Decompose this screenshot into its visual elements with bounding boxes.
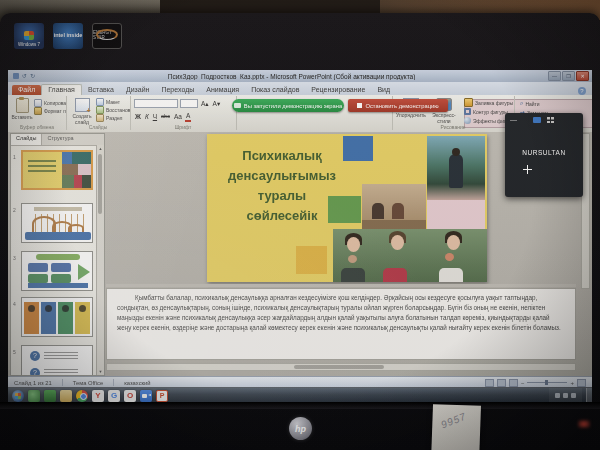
tray-volume-icon[interactable] [571,393,576,398]
participant-video-icon[interactable] [533,117,541,123]
shrink-font-button[interactable]: А▾ [212,99,222,108]
close-button[interactable]: ✕ [576,71,589,81]
slides-group: Создать слайд Макет Восстановить Раздел … [66,96,131,130]
format-painter-button[interactable]: Формат по образцу [34,107,66,115]
italic-button[interactable]: К [144,112,150,121]
tab-insert[interactable]: Вставка [82,85,120,95]
tab-file[interactable]: Файл [12,85,41,95]
tab-home[interactable]: Главная [41,84,82,95]
underline-button[interactable]: Ч [152,112,158,121]
panel-scrollbar[interactable]: ▲ ▼ [96,145,104,375]
change-case-button[interactable]: Аа [173,112,183,121]
tray-arrow-icon[interactable] [555,393,560,398]
slide-canvas[interactable]: Психикалық денсаулығымыз туралы сөйлесей… [207,134,487,282]
participant-grid-icon[interactable] [547,117,554,123]
yandex-icon[interactable]: Y [92,390,104,402]
save-icon[interactable] [13,73,19,79]
strikethrough-button[interactable]: abc [160,112,171,121]
taskbar-app-square-icon[interactable] [44,390,56,402]
thumb-number: 3 [13,255,16,261]
zoom-slider[interactable] [527,382,567,383]
clipboard-group-label: Буфер обмена [8,124,66,130]
notes-splitter[interactable] [106,284,576,287]
slide-thumbnail-5[interactable]: ? ? [21,345,93,376]
new-slide-button[interactable]: Создать слайд [69,98,95,125]
tab-review[interactable]: Рецензирование [305,85,371,95]
normal-view-button[interactable] [485,379,494,387]
drawing-group-label: Рисование [392,124,514,130]
photo-classroom [362,184,426,229]
hp-logo: hp [289,417,312,440]
slides-panel: Слайды Структура ▲ ▼ 1 2 [10,133,105,376]
new-slide-icon [75,98,90,112]
sorter-view-button[interactable] [497,379,506,387]
reset-button[interactable]: Восстановить [96,106,130,114]
stop-icon [357,103,362,108]
system-tray[interactable] [549,388,582,402]
font-size-box[interactable] [180,99,198,108]
copy-icon [34,99,42,107]
tray-network-icon[interactable] [563,393,568,398]
chrome-icon[interactable] [76,390,88,402]
paste-icon [16,98,29,113]
decor-square-blue [343,136,373,161]
undo-icon[interactable]: ↺ [22,73,27,79]
theme-name: Тема Office [73,380,103,386]
restore-button[interactable]: ❐ [562,71,575,81]
copy-button[interactable]: Копировать [34,99,66,107]
opera-icon[interactable]: O [124,390,136,402]
windows-flag-icon [24,31,34,40]
laptop-screen: ↺ ↻ ПсихЗдор_Подростков_Каз.pptx - Micro… [8,70,592,402]
layout-button[interactable]: Макет [96,98,130,106]
slide-thumbnail-1[interactable] [21,150,93,190]
scroll-down-icon[interactable]: ▼ [97,368,104,375]
slideshow-view-button[interactable] [509,379,518,387]
layout-icon [96,98,104,106]
taskbar-app-green-icon[interactable] [28,390,40,402]
thumb-number: 1 [13,154,16,160]
clipboard-group: Вставить Копировать Формат по образцу Бу… [8,96,67,130]
zoom-out-button[interactable]: − [521,380,525,386]
font-color-button[interactable]: А [185,111,191,122]
slide-thumbnail-3[interactable] [21,251,93,291]
share-message: Вы запустили демонстрацию экрана [244,103,342,109]
stop-share-button[interactable]: Остановить демонстрацию [348,99,448,112]
hinge [0,402,600,409]
powerpoint-icon[interactable]: P [156,390,168,402]
section-button[interactable]: Раздел [96,114,130,122]
fit-to-window-button[interactable] [577,379,586,387]
panel-tab-outline[interactable]: Структура [42,134,78,145]
minimize-button[interactable]: — [548,71,561,81]
bold-button[interactable]: Ж [134,112,142,121]
slide-thumbnail-2[interactable] [21,203,93,243]
participant-minimize-icon[interactable]: — [510,116,517,123]
quick-access-toolbar: ↺ ↻ [13,73,35,79]
font-name-box[interactable] [134,99,178,108]
horizontal-scrollbar[interactable] [106,363,576,371]
participant-video-window[interactable]: — NURSULTAN [505,113,583,197]
google-icon[interactable]: G [108,390,120,402]
zoom-app-icon[interactable] [140,390,152,402]
scroll-up-icon[interactable]: ▲ [97,145,104,152]
find-button[interactable]: ⌕Найти [520,99,590,108]
move-cursor-icon [523,165,532,174]
tab-transitions[interactable]: Переходы [155,85,200,95]
tab-slideshow[interactable]: Показ слайдов [245,85,305,95]
notes-pane[interactable]: Қымбатты балалар, психикалық денсаулыққа… [106,288,576,360]
zoom-in-button[interactable]: + [570,380,574,386]
slide-thumbnail-4[interactable] [21,297,93,337]
tab-design[interactable]: Дизайн [120,85,156,95]
thumb-number: 5 [13,349,16,355]
show-desktop-button[interactable] [586,388,592,402]
grow-font-button[interactable]: А▴ [200,99,210,108]
paste-button[interactable]: Вставить [11,98,33,120]
help-icon[interactable]: ? [578,87,586,95]
panel-tab-slides[interactable]: Слайды [11,134,42,145]
tab-view[interactable]: Вид [371,85,396,95]
start-button[interactable] [12,390,24,402]
participant-name: NURSULTAN [505,149,583,156]
format-painter-icon [34,107,42,115]
tab-animations[interactable]: Анимация [200,85,245,95]
shape-fill-button[interactable]: Заливка фигуры [464,98,514,107]
explorer-icon[interactable] [60,390,72,402]
